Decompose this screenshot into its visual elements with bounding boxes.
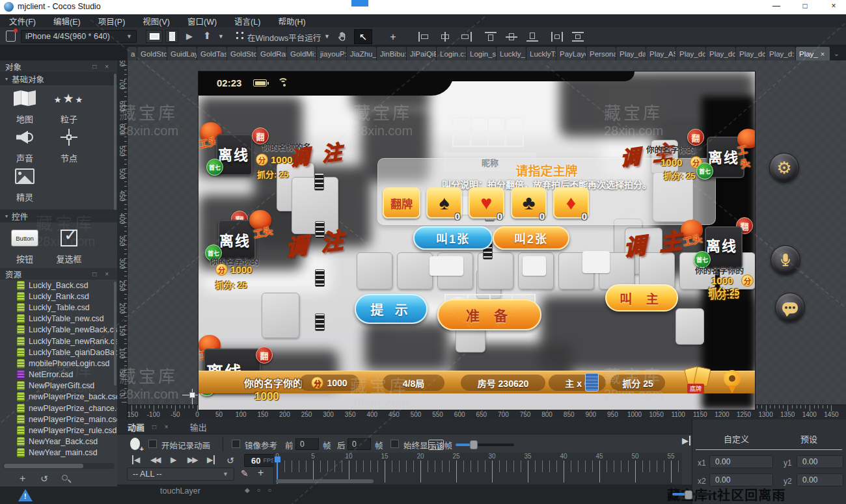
add-resource-button[interactable]: + xyxy=(20,473,25,484)
before-input[interactable]: 0 xyxy=(295,438,319,450)
tab-Play_d:[interactable]: Play_d: xyxy=(766,47,795,60)
suit-button-1[interactable]: ♥0 xyxy=(469,187,504,219)
card-placeholder[interactable] xyxy=(397,252,433,289)
object-item-sprite[interactable]: 精灵 xyxy=(2,165,48,203)
tab-overflow-chevron[interactable]: ⌄ xyxy=(834,49,846,58)
animation-filter-select[interactable]: -- ALL -- ▼ xyxy=(127,468,234,481)
menu-item[interactable]: 窗口(W) xyxy=(187,15,217,27)
location-pin-button[interactable] xyxy=(723,370,741,395)
always-show-checkbox[interactable] xyxy=(390,440,399,448)
file-Luckly_Rank.csd[interactable]: Luckly_Rank.csd xyxy=(0,291,117,302)
output-tab[interactable]: 输出 xyxy=(190,421,207,433)
zoom-slider-thumb[interactable] xyxy=(470,440,478,449)
field-y1[interactable]: 0.00 xyxy=(797,455,843,468)
menu-item[interactable]: 文件(F) xyxy=(9,15,36,27)
fast-forward-button[interactable]: ▶▶ xyxy=(187,455,197,464)
menu-item[interactable]: 编辑(E) xyxy=(53,15,81,27)
panel-window-icons[interactable]: □ × xyxy=(92,271,112,278)
flip-card-button[interactable]: 翻牌 xyxy=(383,187,420,219)
loop-button[interactable]: ↺ xyxy=(226,455,234,466)
call-trump-button[interactable]: 叫 主 xyxy=(605,284,678,312)
layer-name[interactable]: touchLayer xyxy=(160,486,200,496)
tab-JiPaiQiE[interactable]: JiPaiQiE xyxy=(407,47,436,60)
suit-button-0[interactable]: ♠0 xyxy=(426,187,462,219)
card-back-template[interactable] xyxy=(452,117,524,147)
resources-scrollbar[interactable] xyxy=(114,282,116,386)
tab-presets[interactable]: 预设 xyxy=(800,432,817,445)
publish-icon[interactable]: ⬆ xyxy=(203,30,212,42)
tab-GoldMi:[interactable]: GoldMi: xyxy=(287,47,316,60)
menu-item[interactable]: 项目(P) xyxy=(98,15,126,27)
section-controls[interactable]: ▾ 控件 xyxy=(0,209,117,222)
call-one-button[interactable]: 叫1张 xyxy=(413,226,493,250)
object-item-checkbox[interactable]: ✓ 复选框 xyxy=(46,226,92,265)
tab-GoldSto[interactable]: GoldSto xyxy=(137,47,167,60)
rewind-button[interactable]: ◀◀ xyxy=(150,455,159,464)
animation-tab[interactable]: 动画 xyxy=(128,421,144,433)
select-tool[interactable]: ↖ xyxy=(354,29,372,44)
file-newPlayerPrize_main.csd[interactable]: newPlayerPrize_main.csd xyxy=(0,414,117,425)
align-left-button[interactable] xyxy=(415,29,433,44)
settings-button[interactable]: ⚙ xyxy=(769,153,799,183)
file-newPlayerPrize_rule.csd[interactable]: newPlayerPrize_rule.csd xyxy=(0,425,117,436)
menu-item[interactable]: 视图(V) xyxy=(143,15,170,27)
new-project-icon[interactable] xyxy=(6,31,16,42)
file-NewYear_main.csd[interactable]: NewYear_main.csd xyxy=(0,447,117,458)
suit-button-2[interactable]: ♣0 xyxy=(511,187,547,219)
tab-Play_do[interactable]: Play_do xyxy=(676,47,705,60)
mirror-checkbox[interactable] xyxy=(232,440,240,448)
suit-button-3[interactable]: ♦0 xyxy=(553,187,589,219)
file-NetError.csd[interactable]: NetError.csd xyxy=(0,369,117,380)
go-first-frame-button[interactable]: ◀ xyxy=(132,455,139,464)
align-top-button[interactable] xyxy=(482,29,500,44)
card-placeholder[interactable] xyxy=(675,308,704,345)
objects-scrollbar[interactable] xyxy=(114,73,116,210)
tab-Play_AS[interactable]: Play_AS xyxy=(646,47,675,60)
menu-item[interactable]: 帮助(H) xyxy=(278,15,305,27)
object-item-sound[interactable]: 声音 xyxy=(2,126,48,164)
panel-window-icons[interactable]: □ × xyxy=(152,423,172,431)
distribute-v-button[interactable] xyxy=(569,29,587,44)
voice-button[interactable] xyxy=(771,245,800,275)
record-checkbox[interactable] xyxy=(148,440,157,448)
tab-JiaZhu_[interactable]: JiaZhu_ xyxy=(347,47,376,60)
timeline-scrollbar[interactable] xyxy=(276,479,374,483)
field-x2[interactable]: 0.00 xyxy=(709,473,773,486)
card-placeholder[interactable] xyxy=(357,252,392,289)
object-item-particle[interactable]: ★★★ 粒子 xyxy=(46,86,92,125)
edit-animation-icon[interactable]: ✎ xyxy=(241,468,249,479)
tab-Login_s:[interactable]: Login_s: xyxy=(467,47,496,60)
panel-window-icons[interactable]: □ × xyxy=(92,63,112,70)
minimize-button[interactable]: — xyxy=(768,1,785,13)
align-right-button[interactable] xyxy=(457,29,475,44)
tab-GuidLay[interactable]: GuidLay xyxy=(167,47,197,60)
section-basic-objects[interactable]: ▾ 基础对象 xyxy=(0,72,117,85)
orientation-portrait-button[interactable] xyxy=(165,30,178,43)
file-mobilePhoneLogin.csd[interactable]: mobilePhoneLogin.csd xyxy=(0,358,117,369)
tab-LucklyT:[interactable]: LucklyT: xyxy=(526,47,556,60)
after-input[interactable]: 0 xyxy=(348,438,371,450)
tab-jiayouP:[interactable]: jiayouP: xyxy=(317,47,346,60)
tab-Play_[interactable]: Play_× xyxy=(796,47,830,60)
align-bottom-button[interactable] xyxy=(523,29,541,44)
resources-hscrollbar[interactable] xyxy=(3,463,115,469)
object-item-button[interactable]: Button 按钮 xyxy=(2,226,48,265)
tab-GoldRar[interactable]: GoldRar xyxy=(257,47,286,60)
align-center-h-button[interactable] xyxy=(436,29,454,44)
file-LucklyTable_newRank.csd[interactable]: LucklyTable_newRank.csd xyxy=(0,336,117,347)
tab-close-icon[interactable]: × xyxy=(821,50,825,58)
tab-GoldSto[interactable]: GoldSto xyxy=(227,47,256,60)
move-tool[interactable]: + xyxy=(384,29,402,44)
tab-Play_do[interactable]: Play_do xyxy=(736,47,765,60)
tab-partial[interactable]: a xyxy=(128,47,137,60)
field-x1[interactable]: 0.00 xyxy=(709,455,773,468)
bottom-cards-button[interactable]: 底牌 xyxy=(683,366,713,393)
file-LucklyTable_qianDaoBack.csd[interactable]: LucklyTable_qianDaoBack.csd xyxy=(0,347,117,358)
play-button[interactable]: ▶ xyxy=(171,455,176,464)
call-two-button[interactable]: 叫2张 xyxy=(493,226,569,250)
search-icon[interactable] xyxy=(62,475,68,481)
tab-Play_do[interactable]: Play_do xyxy=(706,47,735,60)
bottom-zoom-thumb[interactable] xyxy=(685,490,692,499)
tab-GoldTas[interactable]: GoldTas xyxy=(197,47,226,60)
object-item-map[interactable]: 地图 xyxy=(2,86,48,125)
